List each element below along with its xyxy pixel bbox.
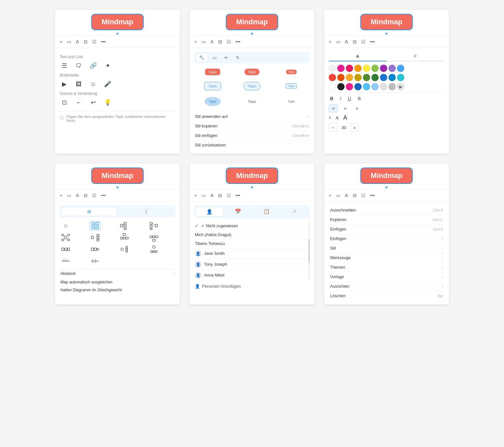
toolbar-more-1[interactable]: ••• [101, 39, 106, 44]
toolbar-rect-4[interactable]: ▭ [67, 193, 71, 198]
toolbar-table-1[interactable]: ⊟ [84, 39, 88, 44]
icon-list[interactable]: ☰ [60, 61, 69, 70]
style-apply[interactable]: Stil anwenden auf › [194, 112, 310, 122]
menu-align[interactable]: Ausrichten › [329, 282, 444, 291]
color-white[interactable] [329, 65, 336, 72]
icon-connector[interactable]: ⌐ [74, 98, 83, 107]
person-unassigned[interactable]: ✓ ✓ Nicht zugewiesen [194, 221, 310, 231]
person-tab-calendar[interactable]: 📅 [225, 207, 252, 217]
color-purple[interactable] [380, 65, 387, 72]
mindmap-header-2[interactable]: Mindmap [226, 14, 278, 30]
color-deep-orange[interactable] [337, 74, 345, 81]
icon-bulb[interactable]: 💡 [103, 98, 112, 107]
layout-circle[interactable]: ○ [60, 221, 72, 231]
topic-style-9[interactable]: Topic [273, 95, 310, 108]
menu-style[interactable]: Stil › [329, 244, 444, 253]
person-me[interactable]: Mich (Adela Dragut) [194, 231, 310, 239]
layout-chain1[interactable] [60, 244, 72, 254]
mindmap-header-3[interactable]: Mindmap [360, 14, 413, 30]
layout-ver2[interactable] [148, 233, 160, 242]
color-pink2[interactable] [346, 83, 353, 90]
menu-tools[interactable]: Werkzeuge › [329, 253, 444, 263]
mindmap-header-6[interactable]: Mindmap [360, 168, 413, 184]
color-red[interactable] [329, 74, 336, 81]
color-forest[interactable] [371, 74, 379, 81]
layout-ver1[interactable] [118, 233, 130, 242]
style-paste[interactable]: Stil einfügen Ctrl+Alt+V [194, 131, 310, 141]
topic-style-7[interactable]: Topic [194, 95, 231, 108]
color-white2[interactable] [329, 83, 336, 90]
icon-emoji[interactable]: ☺ [89, 79, 98, 89]
layout-tree-r[interactable] [148, 221, 160, 231]
layout-tree-h[interactable] [118, 221, 130, 231]
color-more-btn[interactable]: ▶ [397, 83, 404, 90]
color-light-blue[interactable] [363, 83, 370, 90]
layout-fishbone1[interactable] [60, 256, 72, 266]
toolbar-more-5[interactable]: ••• [236, 193, 241, 198]
strikethrough-btn[interactable]: S [356, 95, 362, 102]
color-tab-f[interactable]: F [387, 52, 444, 61]
toolbar-add-6[interactable]: + [329, 193, 331, 198]
toolbar-add-5[interactable]: + [194, 193, 197, 198]
toolbar-add-1[interactable]: + [60, 39, 62, 44]
color-violet[interactable] [388, 65, 396, 72]
bold-btn[interactable]: B [329, 95, 335, 102]
add-person-btn[interactable]: 👤 Personen hinzufügen [194, 282, 310, 291]
toolbar-table-2[interactable]: ⊟ [218, 39, 222, 44]
color-light-gray[interactable] [380, 83, 387, 90]
color-dark-green[interactable] [363, 74, 370, 81]
style-tab-fill[interactable]: ✏ [221, 53, 231, 62]
toolbar-rect-1[interactable]: ▭ [67, 39, 71, 44]
icon-sparkle[interactable]: ✦ [103, 61, 112, 70]
color-cyan[interactable] [397, 74, 404, 81]
color-gray[interactable] [388, 83, 396, 90]
layout-dot1[interactable] [118, 244, 130, 254]
toolbar-rect-2[interactable]: ▭ [201, 39, 206, 44]
hold-balance[interactable]: Halten Diagramm im Gleichgewicht [60, 286, 175, 294]
color-orange[interactable] [354, 65, 362, 72]
style-tab-shape[interactable]: ▭ [209, 53, 220, 62]
topic-style-8[interactable]: Topic [234, 95, 270, 108]
auto-balance[interactable]: Map automatisch ausgleichen [60, 278, 175, 286]
menu-copy[interactable]: Kopieren Ctrl+C [329, 215, 444, 225]
person-tiberiu[interactable]: Tiberiu Tomescu [194, 239, 310, 248]
toolbar-rect-6[interactable]: ▭ [336, 193, 340, 198]
font-large[interactable]: A [343, 114, 347, 121]
toolbar-check-1[interactable]: ☑ [92, 39, 96, 44]
scrollbar-thumb[interactable] [308, 239, 310, 263]
topic-style-1[interactable]: Topic [194, 67, 231, 77]
toolbar-add-4[interactable]: + [60, 193, 62, 198]
toolbar-check-4[interactable]: ☑ [92, 193, 96, 198]
toolbar-text-5[interactable]: A [210, 193, 213, 198]
topic-style-6[interactable]: Topic [273, 80, 310, 92]
topic-style-2[interactable]: Topic [234, 67, 270, 77]
icon-audio[interactable]: 🎤 [103, 79, 112, 89]
toolbar-text-4[interactable]: A [76, 193, 79, 198]
style-tab-pen[interactable]: ✎ [233, 53, 243, 62]
toolbar-check-6[interactable]: ☑ [361, 193, 366, 198]
layout-grid-active[interactable] [89, 221, 101, 231]
style-copy[interactable]: Stil kopieren Ctrl+Alt+C [194, 122, 310, 131]
icon-curve[interactable]: ↩ [89, 98, 98, 107]
color-pink[interactable] [337, 65, 345, 72]
color-tab-a[interactable]: A [329, 52, 387, 61]
layout-dot2[interactable] [148, 244, 160, 254]
toolbar-add-2[interactable]: + [194, 39, 197, 44]
topic-style-5[interactable]: Topic [234, 80, 270, 92]
color-amber[interactable] [346, 74, 353, 81]
mindmap-header-4[interactable]: Mindmap [91, 168, 144, 184]
color-pale-blue[interactable] [371, 83, 379, 90]
color-sky[interactable] [388, 74, 396, 81]
mindmap-header-1[interactable]: Mindmap [91, 14, 144, 30]
toolbar-text-1[interactable]: A [76, 39, 79, 44]
size-decrease-btn[interactable]: − [329, 123, 337, 132]
toolbar-check-5[interactable]: ☑ [227, 193, 231, 198]
toolbar-table-5[interactable]: ⊟ [218, 193, 222, 198]
menu-paste[interactable]: Einfügen Ctrl+V [329, 225, 444, 234]
icon-border-box[interactable]: ⊡ [60, 98, 69, 107]
toolbar-more-3[interactable]: ••• [370, 39, 375, 44]
layout-both[interactable] [60, 233, 72, 242]
underline-btn[interactable]: U [346, 95, 352, 102]
color-green[interactable] [371, 65, 379, 72]
color-black[interactable] [337, 83, 345, 90]
